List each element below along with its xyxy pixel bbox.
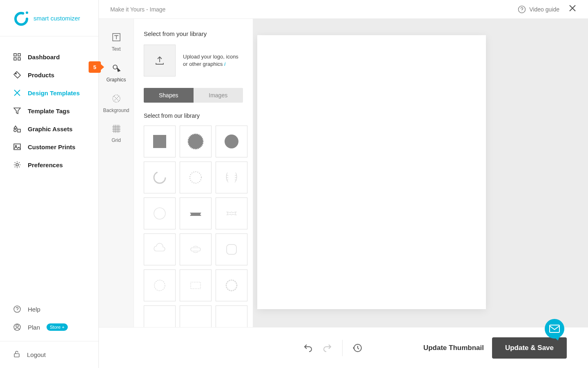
svg-rect-7	[18, 129, 20, 132]
nav-design-templates[interactable]: Design Templates	[0, 84, 98, 102]
sidebar: smart customizer Dashboard Products Desi…	[0, 0, 99, 368]
info-icon[interactable]: i	[224, 61, 225, 67]
segment-shapes[interactable]: Shapes	[144, 88, 194, 103]
main-area: Make it Yours - Image Video guide	[253, 0, 588, 368]
segment-images[interactable]: Images	[194, 88, 243, 103]
brand-name: smart customizer	[33, 15, 80, 22]
nav-customer-prints[interactable]: Customer Prints	[0, 138, 98, 156]
grid-icon	[112, 125, 120, 135]
svg-point-30	[519, 6, 526, 13]
shape-rounded-square[interactable]	[216, 233, 247, 265]
svg-rect-2	[14, 54, 16, 56]
shape-circle[interactable]	[216, 126, 247, 157]
plan-badge: Store +	[47, 323, 68, 331]
shape-seal[interactable]	[180, 126, 212, 157]
nav-label: Products	[28, 72, 54, 79]
brand-logo[interactable]: smart customizer	[0, 0, 98, 36]
svg-rect-4	[14, 58, 16, 60]
svg-point-22	[225, 135, 238, 148]
video-guide-link[interactable]: Video guide	[518, 5, 559, 13]
shape-bowtie[interactable]	[216, 197, 247, 229]
tool-text[interactable]: Text	[99, 27, 134, 58]
funnel-icon	[13, 107, 21, 115]
shapes-icon	[13, 125, 21, 133]
upload-button[interactable]	[144, 45, 176, 76]
lock-icon	[13, 350, 20, 359]
shape-outline-circle[interactable]	[144, 197, 176, 229]
plan-link[interactable]: Plan Store +	[0, 318, 98, 336]
shape-beaded-circle[interactable]	[216, 269, 247, 301]
library-panel: Select from your library Upload your log…	[134, 19, 253, 342]
tool-label: Text	[111, 46, 120, 52]
nav-label: Graphic Assets	[28, 126, 73, 132]
upload-description: Upload your logo, icons or other graphic…	[183, 53, 243, 68]
nav-dashboard[interactable]: Dashboard	[0, 48, 98, 66]
chat-bubble[interactable]	[545, 319, 564, 339]
svg-point-29	[226, 280, 237, 291]
shape-laurel[interactable]	[216, 162, 247, 193]
logout-section: Logout	[0, 341, 98, 368]
tool-graphics[interactable]: Graphics	[99, 58, 134, 88]
palette-icon	[13, 89, 21, 97]
mail-icon	[549, 325, 560, 333]
help-icon	[13, 305, 21, 313]
text-icon	[112, 33, 121, 44]
shape-cloud[interactable]	[144, 233, 176, 265]
svg-point-11	[16, 164, 18, 166]
svg-rect-3	[18, 54, 20, 56]
svg-point-6	[16, 73, 16, 74]
svg-point-0	[16, 13, 27, 25]
shape-arc[interactable]	[144, 162, 176, 193]
nav-graphic-assets[interactable]: Graphic Assets	[0, 120, 98, 138]
redo-button[interactable]	[323, 343, 332, 353]
footer-bar: Update Thumbnail Update & Save	[99, 327, 588, 368]
nav-footer: Help Plan Store +	[0, 300, 98, 341]
gear-icon	[13, 161, 21, 169]
svg-point-8	[14, 129, 16, 132]
shape-stamp-rect[interactable]	[180, 269, 212, 301]
history-controls	[303, 340, 362, 356]
svg-rect-28	[191, 282, 200, 289]
help-label: Help	[28, 306, 40, 313]
undo-button[interactable]	[303, 343, 313, 353]
design-canvas[interactable]	[257, 35, 486, 309]
svg-point-27	[154, 280, 165, 291]
update-thumbnail-button[interactable]: Update Thumbnail	[423, 344, 484, 352]
logo-icon	[13, 10, 29, 26]
plan-label: Plan	[28, 324, 40, 331]
nav-label: Design Templates	[28, 90, 80, 96]
tool-grid[interactable]: Grid	[99, 119, 134, 149]
shape-ribbon[interactable]	[180, 197, 212, 229]
nav-template-tags[interactable]: Template Tags	[0, 102, 98, 120]
svg-rect-26	[227, 245, 236, 254]
svg-point-1	[26, 11, 28, 14]
help-circle-icon	[518, 5, 526, 13]
logout-link[interactable]: Logout	[0, 341, 98, 368]
shapes-images-segment: Shapes Images	[144, 88, 243, 103]
tool-label: Background	[103, 108, 129, 113]
svg-point-25	[154, 208, 165, 219]
nav-label: Template Tags	[28, 108, 70, 114]
tag-icon	[13, 71, 21, 79]
nav-label: Customer Prints	[28, 144, 76, 150]
main-nav: Dashboard Products Design Templates Temp…	[0, 36, 98, 300]
nav-preferences[interactable]: Preferences	[0, 156, 98, 174]
shape-plaque[interactable]	[180, 233, 212, 265]
nav-label: Preferences	[28, 162, 63, 168]
background-icon	[112, 94, 121, 105]
shape-spiky-circle[interactable]	[144, 269, 176, 301]
history-button[interactable]	[352, 343, 362, 353]
svg-rect-33	[550, 325, 559, 332]
svg-point-13	[16, 325, 18, 327]
shape-dotted-circle[interactable]	[180, 162, 212, 193]
tool-background[interactable]: Background	[99, 88, 134, 119]
canvas-wrap	[253, 19, 588, 368]
shape-square[interactable]	[144, 126, 176, 157]
svg-point-17	[113, 65, 117, 69]
close-icon[interactable]	[568, 4, 577, 15]
svg-point-24	[190, 172, 201, 183]
svg-rect-15	[14, 354, 19, 357]
svg-point-20	[188, 134, 203, 149]
help-link[interactable]: Help	[0, 300, 98, 318]
nav-products[interactable]: Products	[0, 66, 98, 84]
